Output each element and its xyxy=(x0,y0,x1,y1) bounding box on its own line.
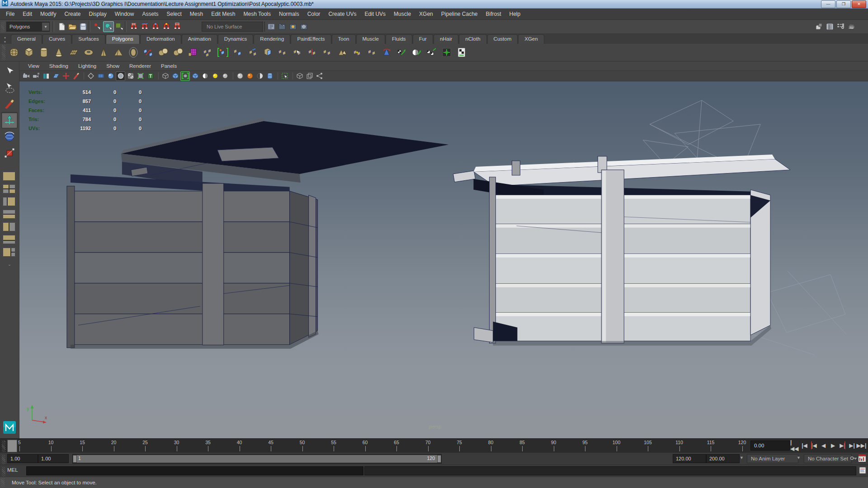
frame-tick-label[interactable]: 30 xyxy=(174,440,179,445)
bookmarks-icon[interactable] xyxy=(41,71,51,81)
scene-cube-icon[interactable] xyxy=(295,71,304,81)
shelf-tab-toon[interactable]: Toon xyxy=(332,34,356,44)
animation-end-field[interactable]: 200.00 xyxy=(706,454,740,463)
close-button[interactable]: ✕ xyxy=(852,0,866,8)
shelf-multi-cut-icon[interactable] xyxy=(215,45,230,60)
command-language-label[interactable]: MEL xyxy=(7,467,18,473)
character-set-caret-icon[interactable]: ▼ xyxy=(797,455,801,460)
auto-keyframe-icon[interactable] xyxy=(850,455,857,463)
viewport-3d-scene[interactable] xyxy=(19,81,868,443)
menu-window[interactable]: Window xyxy=(111,9,138,19)
shelf-poly-plane-icon[interactable] xyxy=(66,45,81,60)
textured-display-icon[interactable] xyxy=(190,71,200,81)
menu-assets[interactable]: Assets xyxy=(138,9,162,19)
current-frame-playhead[interactable] xyxy=(7,440,17,452)
shelf-uv-layout-icon[interactable] xyxy=(439,45,454,60)
render-settings-icon[interactable] xyxy=(298,21,309,32)
menu-edit-uvs[interactable]: Edit UVs xyxy=(360,9,390,19)
command-output[interactable] xyxy=(364,466,856,475)
shelf-tab-nhair[interactable]: nHair xyxy=(434,34,458,44)
shelf-tab-polygons[interactable]: Polygons xyxy=(106,34,140,44)
frame-tick-label[interactable]: 80 xyxy=(488,440,494,445)
snap-point-icon[interactable] xyxy=(150,21,161,32)
frame-tick-label[interactable]: 55 xyxy=(331,440,336,445)
default-material-icon[interactable] xyxy=(160,71,170,81)
layout-two-stacked-button[interactable] xyxy=(3,210,16,221)
select-camera-icon[interactable] xyxy=(21,71,31,81)
restore-button[interactable]: ❐ xyxy=(836,0,851,8)
menu-mesh-tools[interactable]: Mesh Tools xyxy=(240,9,275,19)
shelf-poly-cylinder-icon[interactable] xyxy=(36,45,51,60)
frame-tick-label[interactable]: 15 xyxy=(80,440,85,445)
light-on-icon[interactable] xyxy=(210,71,220,81)
menu-help[interactable]: Help xyxy=(505,9,525,19)
share-view-icon[interactable] xyxy=(315,71,324,81)
modeling-toolkit-icon[interactable] xyxy=(814,21,825,32)
live-surface-field[interactable]: No Live Surface xyxy=(202,22,265,32)
snap-view-plane-icon[interactable] xyxy=(172,21,183,32)
menu-bifrost[interactable]: Bifrost xyxy=(482,9,505,19)
pan-zoom-icon[interactable] xyxy=(61,71,71,81)
anim-layer-caret-icon[interactable]: ▼ xyxy=(740,455,744,460)
ipr-render-icon[interactable] xyxy=(288,21,298,32)
shaded-icon[interactable] xyxy=(106,71,115,81)
menu-create[interactable]: Create xyxy=(60,9,85,19)
no-lights-icon[interactable] xyxy=(235,71,245,81)
snap-projected-center-icon[interactable] xyxy=(161,21,172,32)
shelf-uv-editor-icon[interactable] xyxy=(454,45,469,60)
attribute-editor-icon[interactable] xyxy=(846,21,857,32)
command-grip[interactable] xyxy=(2,467,5,477)
render-frame-icon[interactable] xyxy=(277,21,288,32)
frame-tick-label[interactable]: 100 xyxy=(613,440,621,445)
wireframe-icon[interactable] xyxy=(86,71,95,81)
frame-tick-label[interactable]: 105 xyxy=(644,440,652,445)
shelf-uv-spherical-icon[interactable] xyxy=(409,45,424,60)
save-scene-icon[interactable] xyxy=(78,21,89,32)
shelf-poly-pyramid-icon[interactable] xyxy=(111,45,126,60)
channel-box-icon[interactable] xyxy=(825,21,835,32)
menu-edit[interactable]: Edit xyxy=(19,9,36,19)
range-grip[interactable] xyxy=(2,455,5,465)
shelf-tab-ncloth[interactable]: nCloth xyxy=(459,34,486,44)
shelf-extrude-icon[interactable] xyxy=(260,45,275,60)
time-slider[interactable]: 0.00 |◀◀|◀|◀◀▶▶|▶|▶▶| 5 10 15 20 25 30 3… xyxy=(0,438,868,452)
shelf-spin-edge-icon[interactable] xyxy=(379,45,394,60)
shelf-poly-prism-icon[interactable] xyxy=(96,45,111,60)
film-gate-icon[interactable] xyxy=(96,71,105,81)
shelf-tab-dynamics[interactable]: Dynamics xyxy=(218,34,253,44)
layout-four-pane-button[interactable] xyxy=(3,184,16,195)
shelf-grip[interactable] xyxy=(2,45,5,60)
frame-tick-label[interactable]: 85 xyxy=(519,440,525,445)
shelf-texture-cube-icon[interactable] xyxy=(185,45,200,60)
current-frame-field[interactable]: 0.00 xyxy=(750,441,790,450)
step-back-frame-button[interactable]: |◀ xyxy=(800,440,809,451)
camera-attributes-icon[interactable] xyxy=(31,71,41,81)
shaded-display-icon[interactable] xyxy=(170,71,180,81)
lasso-tool[interactable] xyxy=(1,80,18,96)
panel-menu-lighting[interactable]: Lighting xyxy=(73,61,101,70)
shelf-target-weld-icon[interactable] xyxy=(290,45,305,60)
panel-menu-show[interactable]: Show xyxy=(101,61,124,70)
shelf-merge-vertices-icon[interactable] xyxy=(275,45,290,60)
frame-tick-label[interactable]: 25 xyxy=(142,440,148,445)
new-scene-icon[interactable] xyxy=(56,21,67,32)
menu-pipeline-cache[interactable]: Pipeline Cache xyxy=(437,9,482,19)
frame-tick-label[interactable]: 60 xyxy=(363,440,368,445)
frame-tick-label[interactable]: 75 xyxy=(457,440,462,445)
shelf-tab-general[interactable]: General xyxy=(11,34,42,44)
menu-modify[interactable]: Modify xyxy=(36,9,60,19)
shelf-tab-animation[interactable]: Animation xyxy=(182,34,217,44)
frame-tick-label[interactable]: 95 xyxy=(582,440,588,445)
frame-tick-label[interactable]: 20 xyxy=(111,440,117,445)
shelf-offset-edge-loop-icon[interactable] xyxy=(364,45,379,60)
shadow-icon[interactable] xyxy=(265,71,274,81)
shelf-tab-rendering[interactable]: Rendering xyxy=(254,34,290,44)
shelf-extrude-face-icon[interactable] xyxy=(230,45,245,60)
panel-menu-panels[interactable]: Panels xyxy=(156,61,182,70)
shelf-uv-planar-icon[interactable] xyxy=(394,45,409,60)
minimize-button[interactable]: — xyxy=(821,0,835,8)
shelf-poly-platonic-icon[interactable] xyxy=(126,45,141,60)
playback-end-field[interactable]: 120.00 xyxy=(673,454,706,463)
shelf-uv-automatic-icon[interactable] xyxy=(424,45,439,60)
isolate-select-icon[interactable] xyxy=(180,71,190,81)
